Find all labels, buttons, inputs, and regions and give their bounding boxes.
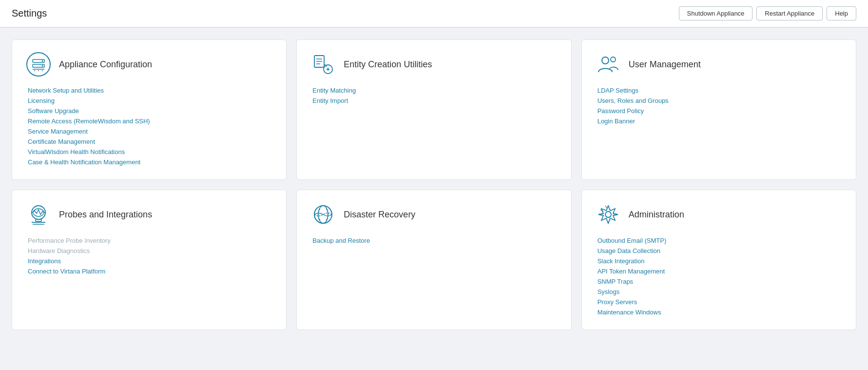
- link-administration-2[interactable]: Slack Integration: [598, 257, 842, 265]
- svg-point-25: [605, 212, 611, 217]
- card-entity-creation-utilities: Entity Creation UtilitiesEntity Matching…: [296, 39, 571, 180]
- link-appliance-configuration-3[interactable]: Remote Access (RemoteWisdom and SSH): [28, 117, 272, 125]
- card-header-administration: Administration: [596, 202, 842, 227]
- shutdown-button[interactable]: Shutdown Appliance: [679, 6, 753, 20]
- link-appliance-configuration-2[interactable]: Software Upgrade: [28, 107, 272, 115]
- svg-point-4: [42, 65, 43, 67]
- link-administration-3[interactable]: API Token Management: [598, 268, 842, 275]
- card-administration: AdministrationOutbound Email (SMTP)Usage…: [581, 190, 856, 330]
- card-title-appliance-configuration: Appliance Configuration: [59, 59, 152, 70]
- entity-icon: [310, 52, 336, 77]
- link-appliance-configuration-7[interactable]: Case & Health Notification Management: [28, 158, 272, 166]
- user-icon: [596, 52, 621, 77]
- link-entity-creation-utilities-1[interactable]: Entity Import: [312, 97, 557, 104]
- card-links-probes-and-integrations: Performance Probe InventoryHardware Diag…: [26, 237, 272, 275]
- link-entity-creation-utilities-0[interactable]: Entity Matching: [312, 87, 557, 94]
- link-probes-and-integrations-0: Performance Probe Inventory: [28, 237, 272, 244]
- card-title-entity-creation-utilities: Entity Creation Utilities: [344, 59, 432, 70]
- link-disaster-recovery-0[interactable]: Backup and Restore: [312, 237, 557, 244]
- link-administration-6[interactable]: Proxy Servers: [598, 298, 842, 306]
- link-user-management-3[interactable]: Login Banner: [598, 117, 842, 125]
- link-user-management-2[interactable]: Password Policy: [598, 107, 842, 115]
- card-title-user-management: User Management: [629, 59, 701, 70]
- top-bar-actions: Shutdown Appliance Restart Appliance Hel…: [679, 6, 856, 20]
- card-user-management: User ManagementLDAP SettingsUsers, Roles…: [581, 39, 856, 180]
- link-appliance-configuration-1[interactable]: Licensing: [28, 97, 272, 104]
- svg-point-17: [602, 57, 609, 64]
- link-user-management-1[interactable]: Users, Roles and Groups: [598, 97, 842, 104]
- card-probes-and-integrations: Probes and IntegrationsPerformance Probe…: [12, 190, 287, 330]
- main-content: Appliance ConfigurationNetwork Setup and…: [0, 28, 868, 342]
- card-header-probes-and-integrations: Probes and Integrations: [26, 202, 272, 227]
- link-administration-1[interactable]: Usage Data Collection: [598, 247, 842, 254]
- card-header-entity-creation-utilities: Entity Creation Utilities: [310, 52, 557, 77]
- svg-point-18: [611, 57, 616, 62]
- probes-icon: [26, 202, 51, 227]
- card-header-appliance-configuration: Appliance Configuration: [26, 52, 272, 77]
- help-button[interactable]: Help: [827, 6, 856, 20]
- card-links-administration: Outbound Email (SMTP)Usage Data Collecti…: [596, 237, 842, 316]
- link-probes-and-integrations-3[interactable]: Connect to Virtana Platform: [28, 268, 272, 275]
- link-administration-4[interactable]: SNMP Traps: [598, 278, 842, 285]
- appliance-icon: [26, 52, 51, 77]
- card-links-entity-creation-utilities: Entity MatchingEntity Import: [310, 87, 557, 104]
- link-probes-and-integrations-1: Hardware Diagnostics: [28, 247, 272, 254]
- card-title-administration: Administration: [629, 210, 684, 220]
- link-appliance-configuration-0[interactable]: Network Setup and Utilities: [28, 87, 272, 94]
- disaster-icon: [310, 202, 336, 227]
- card-title-probes-and-integrations: Probes and Integrations: [59, 210, 152, 220]
- card-appliance-configuration: Appliance ConfigurationNetwork Setup and…: [12, 39, 287, 180]
- link-user-management-0[interactable]: LDAP Settings: [598, 87, 842, 94]
- link-administration-7[interactable]: Maintenance Windows: [598, 309, 842, 316]
- card-header-disaster-recovery: Disaster Recovery: [310, 202, 557, 227]
- link-appliance-configuration-5[interactable]: Certificate Management: [28, 138, 272, 145]
- card-links-disaster-recovery: Backup and Restore: [310, 237, 557, 244]
- card-disaster-recovery: Disaster RecoveryBackup and Restore: [296, 190, 571, 330]
- link-probes-and-integrations-2[interactable]: Integrations: [28, 257, 272, 265]
- admin-icon: [596, 202, 621, 227]
- top-bar: Settings Shutdown Appliance Restart Appl…: [0, 0, 868, 27]
- svg-point-3: [42, 60, 43, 62]
- link-appliance-configuration-4[interactable]: Service Management: [28, 128, 272, 135]
- card-header-user-management: User Management: [596, 52, 842, 77]
- card-title-disaster-recovery: Disaster Recovery: [344, 210, 415, 220]
- restart-button[interactable]: Restart Appliance: [756, 6, 823, 20]
- link-appliance-configuration-6[interactable]: VirtualWisdom Health Notifications: [28, 148, 272, 156]
- card-links-user-management: LDAP SettingsUsers, Roles and GroupsPass…: [596, 87, 842, 125]
- link-administration-0[interactable]: Outbound Email (SMTP): [598, 237, 842, 244]
- svg-rect-20: [36, 219, 41, 221]
- page-title: Settings: [12, 8, 47, 19]
- svg-point-19: [32, 206, 45, 219]
- card-links-appliance-configuration: Network Setup and UtilitiesLicensingSoft…: [26, 87, 272, 166]
- link-administration-5[interactable]: Syslogs: [598, 288, 842, 295]
